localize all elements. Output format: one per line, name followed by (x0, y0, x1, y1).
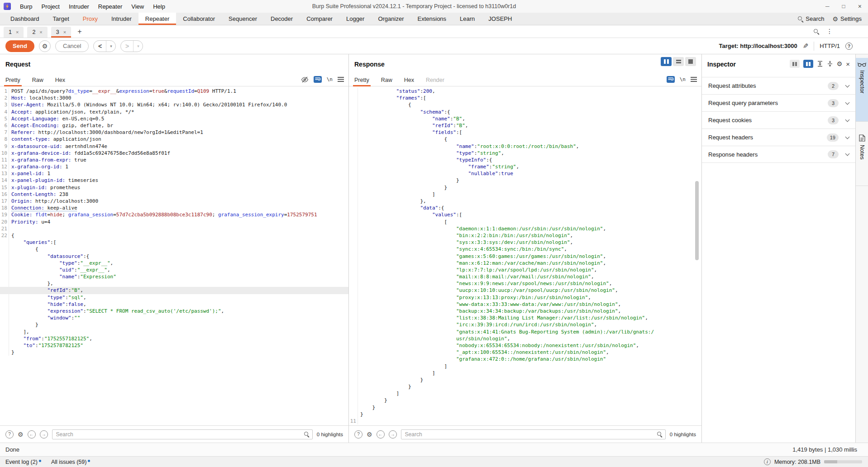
chevron-down-icon[interactable] (845, 117, 850, 122)
code-line[interactable]: "name":"root:x:0:0:root:/root:/bin/bash"… (349, 143, 701, 150)
code-line[interactable]: "daemon:x:1:1:daemon:/usr/sbin:/usr/sbin… (349, 225, 701, 232)
tab-comparer[interactable]: Comparer (300, 13, 339, 25)
code-line[interactable]: 12x-grafana-org-id: 1 (0, 163, 348, 170)
code-line[interactable]: 16Content-Length: 238 (0, 191, 348, 198)
code-line[interactable]: "nobody:x:65534:65534:nobody:/nonexisten… (349, 342, 701, 349)
tab-organizer[interactable]: Organizer (371, 13, 410, 25)
code-line[interactable]: 15x-plugin-id: prometheus (0, 184, 348, 191)
inspector-section-request-attributes[interactable]: Request attributes2 (702, 77, 855, 94)
expand-all-icon[interactable] (817, 61, 823, 67)
code-line[interactable]: "schema":{ (349, 109, 701, 115)
inspector-settings-icon[interactable]: ⚙ (837, 61, 843, 67)
tab-joseph[interactable]: JOSEPH (482, 13, 519, 25)
previous-match-button[interactable]: ← (377, 430, 385, 438)
close-tab-icon[interactable]: × (16, 29, 19, 35)
request-tab-hex[interactable]: Hex (55, 74, 65, 86)
history-back-button[interactable]: < ▾ (93, 40, 116, 52)
inspector-section-request-query-parameters[interactable]: Request query parameters3 (702, 94, 855, 111)
history-forward-button[interactable]: > ▾ (120, 40, 143, 52)
code-line[interactable]: } (349, 383, 701, 390)
inspector-dock-left-button[interactable] (790, 60, 800, 68)
help-icon[interactable]: ? (845, 43, 853, 50)
tab-search-icon[interactable] (813, 29, 819, 34)
global-search-button[interactable]: Search (797, 15, 824, 22)
code-line[interactable]: 17Origin: http://localhost:3000 (0, 198, 348, 205)
inspector-close-icon[interactable]: × (846, 60, 850, 68)
code-line[interactable]: ], (0, 329, 348, 335)
settings-button[interactable]: ⚙ Settings (832, 15, 862, 22)
send-button[interactable]: Send (5, 40, 34, 52)
menu-project[interactable]: Project (37, 0, 64, 13)
code-line[interactable]: } (0, 321, 348, 328)
tab-sequencer[interactable]: Sequencer (222, 13, 264, 25)
sidebar-tab-notes[interactable]: Notes (856, 130, 868, 180)
request-tab-pretty[interactable]: Pretty (5, 74, 20, 86)
code-line[interactable]: "list:x:38:38:Mailing List Manager:/var/… (349, 315, 701, 321)
code-line[interactable]: "type":"__expr__", (0, 260, 348, 267)
sidebar-tab-inspector[interactable]: Inspector (856, 58, 868, 121)
menu-burp[interactable]: Burp (15, 0, 37, 13)
request-tab-raw[interactable]: Raw (32, 74, 43, 86)
close-tab-icon[interactable]: × (63, 29, 66, 35)
response-tab-raw[interactable]: Raw (381, 74, 392, 86)
code-line[interactable]: 1POST /api/ds/query?ds_type=__expr__&exp… (0, 88, 348, 95)
layout-columns-button[interactable] (661, 57, 672, 66)
code-line[interactable]: { (349, 136, 701, 143)
code-line[interactable]: "backup:x:34:34:backup:/var/backups:/usr… (349, 308, 701, 315)
next-match-button[interactable]: → (389, 430, 397, 438)
code-line[interactable]: } (349, 411, 701, 418)
tab-target[interactable]: Target (46, 13, 76, 25)
code-line[interactable]: 11x-grafana-from-expr: true (0, 157, 348, 163)
caret-down-icon[interactable]: ▾ (106, 41, 115, 52)
maximize-button[interactable]: □ (842, 3, 845, 10)
code-line[interactable]: "name":"B", (349, 115, 701, 122)
code-line[interactable]: "_apt:x:100:65534::/nonexistent:/usr/sbi… (349, 349, 701, 356)
code-line[interactable]: "bin:x:2:2:bin:/bin:/usr/sbin/nologin", (349, 232, 701, 239)
code-line[interactable]: "www-data:x:33:33:www-data:/var/www:/usr… (349, 301, 701, 308)
code-line[interactable]: 9x-datasource-uid: aertnhdlnn474e (0, 143, 348, 150)
menu-repeater[interactable]: Repeater (94, 0, 127, 13)
chevron-down-icon[interactable] (845, 134, 850, 139)
response-editor[interactable]: "status":200, "frames":[ { "schema":{ "n… (349, 86, 701, 425)
previous-match-button[interactable]: ← (28, 430, 36, 438)
code-line[interactable]: "queries":[ (0, 239, 348, 246)
code-line[interactable]: "frame":"string", (349, 163, 701, 170)
code-line[interactable]: "refId":"B", (349, 122, 701, 129)
code-line[interactable]: } (349, 177, 701, 184)
code-line[interactable]: 19Cookie: fldt=hide; grafana_session=57d… (0, 211, 348, 218)
http-version-selector[interactable]: HTTP/1 (820, 43, 840, 49)
code-line[interactable]: 20Priority: u=4 (0, 219, 348, 225)
word-wrap-toggle-icon[interactable] (314, 76, 322, 83)
tab-repeater[interactable]: Repeater (138, 13, 176, 25)
code-line[interactable]: 2Host: localhost:3000 (0, 95, 348, 101)
code-line[interactable]: usr/sbin/nologin", (349, 335, 701, 342)
tab-collaborator[interactable]: Collaborator (176, 13, 222, 25)
request-search-input[interactable] (52, 429, 313, 439)
search-help-icon[interactable]: ? (354, 430, 362, 438)
inspector-section-response-headers[interactable]: Response headers7 (702, 146, 855, 163)
code-line[interactable]: "data":{ (349, 205, 701, 211)
tab-dashboard[interactable]: Dashboard (4, 13, 46, 25)
code-line[interactable]: "fields":[ (349, 129, 701, 136)
code-line[interactable]: }, (349, 198, 701, 205)
newline-toggle-icon[interactable]: \n (327, 76, 333, 82)
code-line[interactable]: } (349, 184, 701, 191)
code-line[interactable]: "grafana:x:472:0::/home/grafana:/usr/sbi… (349, 356, 701, 362)
newline-toggle-icon[interactable]: \n (680, 76, 686, 82)
code-line[interactable]: { (0, 246, 348, 253)
response-tab-pretty[interactable]: Pretty (354, 74, 369, 86)
word-wrap-toggle-icon[interactable] (667, 76, 675, 83)
inspector-dock-right-button[interactable] (803, 60, 813, 68)
repeater-tab-3[interactable]: 3× (51, 27, 71, 38)
code-line[interactable]: 18Connection: keep-alive (0, 205, 348, 211)
code-line[interactable]: } (349, 404, 701, 411)
tab-learn[interactable]: Learn (453, 13, 482, 25)
code-line[interactable]: "games:x:5:60:games:/usr/games:/usr/sbin… (349, 253, 701, 260)
event-log-button[interactable]: Event log (2) (5, 459, 41, 465)
code-line[interactable]: "gnats:x:41:41:Gnats Bug-Reporting Syste… (349, 329, 701, 335)
tab-extensions[interactable]: Extensions (411, 13, 453, 25)
close-button[interactable]: × (858, 3, 862, 10)
cancel-button[interactable]: Cancel (55, 40, 89, 52)
code-line[interactable]: "man:x:6:12:man:/var/cache/man:/usr/sbin… (349, 260, 701, 267)
response-tab-render[interactable]: Render (426, 74, 444, 86)
